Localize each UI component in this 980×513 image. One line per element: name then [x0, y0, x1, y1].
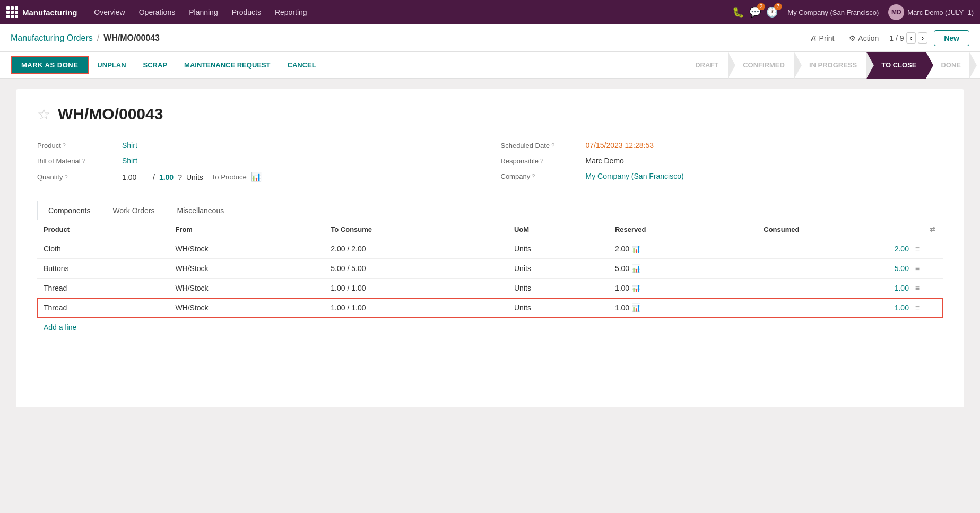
status-to-close[interactable]: TO CLOSE: [866, 52, 926, 79]
consumed-value[interactable]: 2.00: [895, 245, 909, 253]
quantity-help-icon[interactable]: ?: [64, 174, 67, 180]
favorite-star-icon[interactable]: ☆: [37, 106, 50, 123]
add-line-button[interactable]: Add a line: [37, 318, 83, 337]
grid-icon: [6, 6, 18, 18]
responsible-help-icon[interactable]: ?: [540, 158, 543, 164]
th-product: Product: [37, 220, 169, 239]
quantity-row: / 1.00 ? Units To Produce 📊: [122, 172, 262, 182]
company-selector[interactable]: My Company (San Francisco): [783, 8, 883, 16]
th-settings-icon[interactable]: ⇄: [922, 220, 943, 239]
action-buttons: MARK AS DONE UNPLAN SCRAP MAINTENANCE RE…: [11, 56, 325, 74]
top-navigation: Manufacturing Overview Operations Planni…: [0, 0, 980, 24]
nav-menu: Overview Operations Planning Products Re…: [88, 0, 732, 24]
quantity-current-input[interactable]: [122, 173, 149, 181]
company-help-icon[interactable]: ?: [532, 173, 535, 179]
bom-help-icon[interactable]: ?: [82, 158, 85, 164]
cell-from: WH/Stock: [169, 279, 324, 298]
detail-list-icon[interactable]: ≡: [915, 245, 920, 253]
status-draft[interactable]: DRAFT: [689, 52, 728, 79]
product-value[interactable]: Shirt: [122, 141, 137, 150]
action-button[interactable]: ⚙ Action: [845, 32, 883, 45]
reserved-forecast-icon[interactable]: 📊: [631, 245, 640, 253]
status-pipeline: DRAFT CONFIRMED IN PROGRESS TO CLOSE DON…: [689, 52, 969, 79]
tab-miscellaneous[interactable]: Miscellaneous: [166, 201, 235, 220]
table-row[interactable]: Thread WH/Stock 1.00 / 1.00 Units 1.00 📊…: [37, 298, 943, 318]
chat-badge: 2: [757, 3, 766, 10]
reserved-forecast-icon[interactable]: 📊: [631, 264, 640, 273]
breadcrumb-actions: 🖨 Print ⚙ Action 1 / 9 ‹ › New: [805, 30, 969, 46]
table-row[interactable]: Thread WH/Stock 1.00 / 1.00 Units 1.00 📊…: [37, 279, 943, 298]
reserved-forecast-icon[interactable]: 📊: [631, 303, 640, 312]
new-button[interactable]: New: [934, 30, 969, 46]
print-button[interactable]: 🖨 Print: [805, 32, 839, 45]
nav-overview[interactable]: Overview: [88, 0, 131, 24]
mark-as-done-button[interactable]: MARK AS DONE: [11, 56, 89, 74]
tabs: Components Work Orders Miscellaneous: [37, 201, 943, 220]
scheduled-date-help-icon[interactable]: ?: [551, 142, 554, 149]
app-logo[interactable]: Manufacturing: [6, 6, 77, 18]
company-field: Company ? My Company (San Francisco): [501, 169, 943, 184]
cell-consumed: 1.00 ≡: [757, 279, 922, 298]
cell-to-consume: 1.00 / 1.00: [324, 298, 508, 318]
product-help-icon[interactable]: ?: [63, 142, 66, 149]
table-row[interactable]: Buttons WH/Stock 5.00 / 5.00 Units 5.00 …: [37, 259, 943, 279]
forecast-chart-icon[interactable]: 📊: [251, 172, 262, 182]
cell-product: Thread: [37, 279, 169, 298]
consumed-value[interactable]: 1.00: [895, 303, 909, 312]
nav-planning[interactable]: Planning: [183, 0, 224, 24]
cell-empty: [922, 239, 943, 259]
cell-to-consume: 2.00 / 2.00: [324, 239, 508, 259]
th-uom: UoM: [508, 220, 609, 239]
detail-list-icon[interactable]: ≡: [915, 264, 920, 273]
order-title: WH/MO/00043: [58, 105, 163, 123]
nav-products[interactable]: Products: [226, 0, 267, 24]
cell-product: Buttons: [37, 259, 169, 279]
cell-to-consume: 1.00 / 1.00: [324, 279, 508, 298]
cell-reserved: 5.00 📊: [609, 259, 757, 279]
th-consumed: Consumed: [757, 220, 922, 239]
form-right-col: Scheduled Date ? 07/15/2023 12:28:53 Res…: [501, 138, 943, 186]
company-value[interactable]: My Company (San Francisco): [586, 172, 684, 180]
clock-icon[interactable]: 🕐 7: [766, 6, 778, 18]
pagination-next[interactable]: ›: [918, 32, 927, 44]
chat-icon[interactable]: 💬 2: [749, 6, 761, 18]
cell-consumed: 2.00 ≡: [757, 239, 922, 259]
unplan-button[interactable]: UNPLAN: [89, 57, 134, 73]
form-title-row: ☆ WH/MO/00043: [37, 105, 943, 123]
consumed-value[interactable]: 5.00: [895, 264, 909, 273]
clock-badge: 7: [774, 3, 783, 10]
scrap-button[interactable]: SCRAP: [135, 57, 176, 73]
consumed-value[interactable]: 1.00: [895, 284, 909, 292]
maintenance-request-button[interactable]: MAINTENANCE REQUEST: [176, 57, 279, 73]
status-confirmed[interactable]: CONFIRMED: [728, 52, 794, 79]
scheduled-date-value[interactable]: 07/15/2023 12:28:53: [586, 141, 654, 150]
detail-list-icon[interactable]: ≡: [915, 284, 920, 292]
nav-operations[interactable]: Operations: [133, 0, 181, 24]
status-in-progress[interactable]: IN PROGRESS: [794, 52, 866, 79]
breadcrumb-current: WH/MO/00043: [103, 33, 160, 43]
nav-reporting[interactable]: Reporting: [268, 0, 314, 24]
cell-consumed: 1.00 ≡: [757, 298, 922, 318]
scheduled-date-field: Scheduled Date ? 07/15/2023 12:28:53: [501, 138, 943, 153]
bug-icon[interactable]: 🐛: [732, 6, 744, 18]
breadcrumb-separator: /: [97, 33, 99, 43]
pagination-prev[interactable]: ‹: [906, 32, 916, 44]
quantity-field: Quantity ? / 1.00 ? Units To Produce 📊: [37, 169, 480, 186]
detail-list-icon[interactable]: ≡: [915, 303, 920, 312]
cancel-button[interactable]: CANCEL: [279, 57, 325, 73]
pagination-text: 1 / 9: [889, 34, 904, 42]
user-menu[interactable]: MD Marc Demo (JULY_1): [888, 4, 974, 20]
responsible-field: Responsible ? Marc Demo: [501, 153, 943, 169]
quantity-target[interactable]: 1.00: [159, 173, 174, 181]
breadcrumb-parent[interactable]: Manufacturing Orders: [11, 33, 93, 43]
reserved-forecast-icon[interactable]: 📊: [631, 284, 640, 292]
tab-components[interactable]: Components: [37, 201, 101, 220]
quantity-target-help[interactable]: ?: [178, 173, 182, 181]
company-label: Company ?: [501, 172, 586, 180]
table-body: Cloth WH/Stock 2.00 / 2.00 Units 2.00 📊 …: [37, 239, 943, 318]
responsible-value[interactable]: Marc Demo: [586, 156, 624, 165]
bom-value[interactable]: Shirt: [122, 156, 137, 165]
table-row[interactable]: Cloth WH/Stock 2.00 / 2.00 Units 2.00 📊 …: [37, 239, 943, 259]
cell-reserved: 1.00 📊: [609, 279, 757, 298]
tab-work-orders[interactable]: Work Orders: [101, 201, 166, 220]
